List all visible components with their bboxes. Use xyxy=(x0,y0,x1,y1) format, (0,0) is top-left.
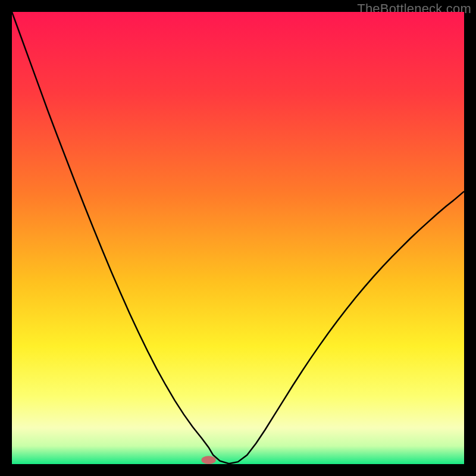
bottleneck-chart xyxy=(12,12,464,464)
optimal-point-marker xyxy=(201,456,215,464)
gradient-background xyxy=(12,12,464,464)
chart-frame: TheBottleneck.com xyxy=(0,0,476,476)
